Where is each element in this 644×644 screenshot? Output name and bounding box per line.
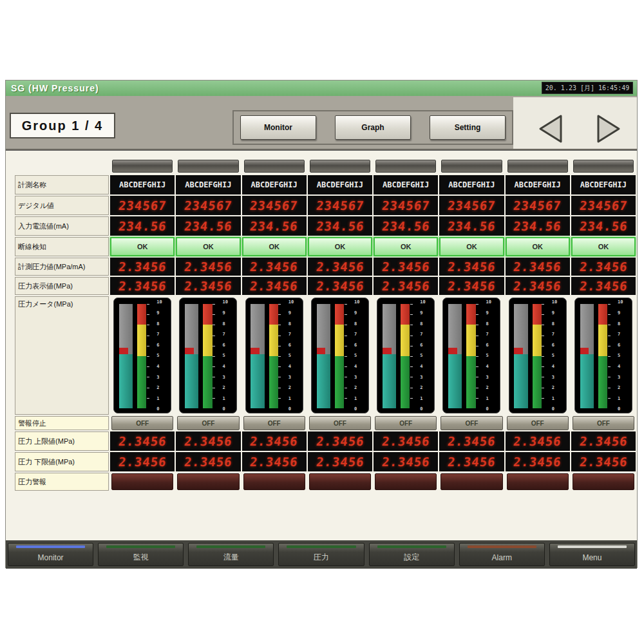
pressure-alarm-indicator [375, 473, 437, 490]
pressure-gauge: 109876543210 [311, 298, 369, 413]
gauge-track [383, 304, 396, 408]
alarm-stop-button[interactable]: OFF [375, 416, 437, 430]
measured-pressure-cell-digits: 2.3456 [315, 260, 365, 274]
gauge-zone-green [269, 356, 278, 408]
wirecheck-status-cell: OK [308, 237, 372, 256]
gauge-zone-yellow [137, 325, 146, 356]
pressure-gauge: 109876543210 [574, 298, 632, 413]
display-pressure-cell-digits: 2.3456 [513, 279, 562, 293]
pressure-gauge: 109876543210 [377, 298, 435, 413]
measurement-table: 計測名称 デジタル値 入力電流値(mA) 断線検知 計測圧力値(MPa/mA) … [6, 150, 637, 540]
row-label-lower: 圧力 下限値(MPa) [15, 452, 109, 471]
gauge-scale: 109876543210 [289, 300, 301, 412]
upper-limit-cell: 2.3456 [176, 431, 240, 451]
upper-limit-cell-digits: 2.3456 [447, 434, 497, 448]
alarm-stop-button[interactable]: OFF [177, 416, 239, 430]
gauge-zone-green [203, 356, 212, 408]
nav-button-3[interactable]: 流量 [188, 543, 274, 566]
nav-accent-strip [468, 545, 536, 548]
gauge-scale: 109876543210 [156, 300, 169, 412]
gauge-zone-green [401, 356, 410, 408]
lower-limit-cell-digits: 2.3456 [578, 455, 628, 469]
pressure-gauge: 109876543210 [245, 298, 303, 413]
pressure-alarm-indicator [243, 473, 305, 490]
gauge-value-bar [119, 354, 133, 408]
alarm-stop-button[interactable]: OFF [243, 416, 305, 430]
digital-value-row: 2345672345672345672345672345672345672345… [110, 196, 636, 215]
display-pressure-cell-digits: 2.3456 [184, 279, 233, 293]
upper-limit-cell: 2.3456 [242, 431, 307, 451]
pressure-alarm-indicator [111, 473, 173, 490]
row-label-display: 圧力表示値(MPa) [15, 277, 109, 295]
gauge-scale: 109876543210 [354, 300, 366, 412]
nav-button-4[interactable]: 圧力 [278, 543, 364, 566]
lower-limit-cell: 2.3456 [110, 452, 175, 471]
gauge-zone-red [598, 304, 607, 325]
gauge-setpoint-marker [317, 348, 326, 354]
pressure-gauge-cell: 109876543210 [506, 296, 570, 415]
pressure-alarm-indicator [507, 473, 569, 490]
gauge-setpoint-marker [448, 348, 457, 354]
digital-value-cell: 234567 [571, 196, 636, 215]
upper-limit-cell-digits: 2.3456 [249, 434, 299, 448]
nav-button-7[interactable]: Menu [549, 543, 635, 566]
pressure-gauge-cell: 109876543210 [308, 296, 372, 415]
gauge-tick-marks [608, 304, 611, 408]
nav-button-2[interactable]: 監視 [98, 543, 184, 566]
nav-button-5[interactable]: 設定 [369, 543, 455, 566]
gauge-zone-red [533, 304, 542, 325]
channel-select-button[interactable] [244, 160, 305, 173]
gauge-value-bar [448, 354, 462, 408]
alarm-stop-button[interactable]: OFF [573, 416, 634, 430]
prev-group-button[interactable] [533, 113, 570, 145]
channel-name-cell: ABCDEFGHIJ [110, 175, 175, 194]
pressure-alarm-row [110, 473, 636, 491]
channel-select-button[interactable] [112, 160, 173, 173]
row-label-wirecheck: 断線検知 [15, 237, 109, 256]
wirecheck-status-cell: OK [242, 237, 307, 256]
nav-button-label: 設定 [404, 553, 419, 562]
gauge-track [317, 304, 330, 408]
gauge-track [448, 304, 462, 408]
measured-pressure-cell: 2.3456 [176, 258, 240, 276]
gauge-zone-strip [401, 304, 410, 408]
nav-button-1[interactable]: Monitor [8, 543, 93, 566]
channel-select-button[interactable] [441, 160, 502, 173]
alarm-stop-button[interactable]: OFF [309, 416, 371, 430]
bottom-nav-bar: Monitor監視流量圧力設定AlarmMenu [6, 540, 637, 569]
measured-pressure-cell: 2.3456 [308, 258, 372, 276]
alarm-stop-button[interactable]: OFF [111, 416, 173, 430]
lower-limit-cell: 2.3456 [308, 452, 372, 471]
measured-pressure-cell-digits: 2.3456 [381, 260, 430, 274]
next-group-button[interactable] [589, 113, 627, 145]
alarm-stop-button[interactable]: OFF [440, 416, 502, 430]
gauge-value-bar [185, 354, 198, 408]
input-current-cell: 234.56 [242, 216, 307, 236]
measured-pressure-cell: 2.3456 [571, 258, 636, 276]
gauge-track [514, 304, 527, 408]
channel-select-button[interactable] [573, 160, 634, 173]
measured-pressure-row: 2.34562.34562.34562.34562.34562.34562.34… [110, 258, 636, 276]
channel-name-cell: ABCDEFGHIJ [571, 175, 636, 194]
graph-button[interactable]: Graph [335, 115, 411, 140]
channel-select-button[interactable] [310, 160, 370, 173]
gauge-zone-yellow [401, 325, 410, 356]
digital-value-cell: 234567 [308, 196, 372, 215]
channel-select-button[interactable] [375, 160, 436, 173]
gauge-zone-strip [137, 304, 146, 408]
channel-select-button[interactable] [507, 160, 568, 173]
nav-button-6[interactable]: Alarm [459, 543, 545, 566]
nav-button-label: 監視 [133, 553, 149, 562]
setting-button[interactable]: Setting [430, 115, 506, 140]
gauge-scale: 109876543210 [486, 300, 498, 412]
digital-value-cell: 234567 [439, 196, 504, 215]
nav-button-label: 圧力 [314, 553, 329, 562]
channel-select-button[interactable] [178, 160, 238, 173]
lower-limit-cell: 2.3456 [176, 452, 240, 471]
gauge-zone-strip [466, 304, 475, 408]
alarm-stop-button[interactable]: OFF [507, 416, 569, 430]
gauge-zone-green [335, 356, 344, 408]
hmi-screen: SG (HW Pressure) 20. 1.23 [月] 16:45:49 G… [5, 80, 638, 568]
monitor-button[interactable]: Monitor [240, 115, 316, 140]
display-pressure-cell: 2.3456 [308, 277, 372, 295]
